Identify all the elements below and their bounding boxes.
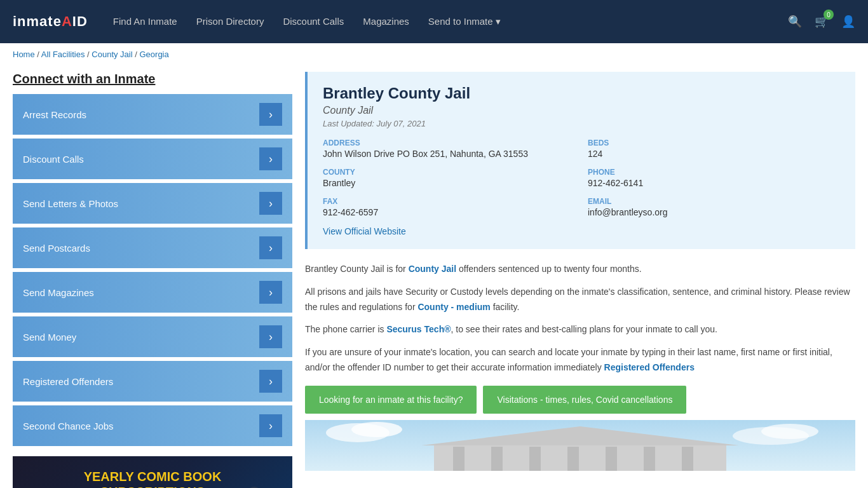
sidebar-item-label: Send Money	[23, 332, 76, 342]
svg-rect-12	[606, 447, 617, 471]
securus-link[interactable]: Securus Tech®	[386, 324, 451, 334]
sidebar-item-label: Discount Calls	[23, 154, 84, 165]
nav-magazines[interactable]: Magazines	[363, 16, 409, 27]
ad-hero-icon	[216, 482, 292, 488]
main-container: Connect with an Inmate Arrest Records › …	[0, 65, 868, 488]
sidebar-item-label: Second Chance Jobs	[23, 421, 114, 431]
content: Brantley County Jail County Jail Last Up…	[305, 72, 855, 488]
nav-discount-calls[interactable]: Discount Calls	[283, 16, 344, 27]
sidebar-item-second-chance[interactable]: Second Chance Jobs ›	[13, 405, 292, 446]
sidebar-item-label: Arrest Records	[23, 109, 86, 120]
svg-rect-9	[491, 447, 503, 471]
desc-p2-text2: facility.	[491, 302, 520, 312]
breadcrumb-all-facilities[interactable]: All Facilities	[41, 50, 85, 59]
county-value: Brantley	[323, 178, 575, 188]
sidebar-item-label: Send Magazines	[23, 287, 94, 298]
county-medium-link[interactable]: County - medium	[417, 302, 490, 312]
svg-rect-13	[644, 447, 655, 471]
visitations-button[interactable]: Visitations - times, rules, Covid cancel…	[483, 386, 686, 414]
nav-links: Find An Inmate Prison Directory Discount…	[113, 16, 788, 27]
registered-offenders-link[interactable]: Registered Offenders	[604, 362, 695, 372]
sidebar-arrow-jobs: ›	[259, 414, 282, 437]
ad-banner[interactable]: YEARLY COMIC BOOK SUBSCRIPTIONS STARTING…	[13, 456, 292, 488]
facility-type: County Jail	[323, 105, 840, 116]
looking-for-inmate-button[interactable]: Looking for an inmate at this facility?	[305, 386, 477, 414]
email-field: EMAIL info@brantleyso.org	[588, 197, 840, 217]
sidebar-item-discount-calls[interactable]: Discount Calls ›	[13, 139, 292, 179]
beds-value: 124	[588, 149, 840, 159]
ad-title-line2: SUBSCRIPTIONS	[100, 484, 205, 488]
building-image	[305, 420, 855, 471]
nav-send-to-inmate[interactable]: Send to Inmate ▾	[428, 16, 501, 27]
sidebar-title: Connect with an Inmate	[13, 72, 292, 86]
desc-para3: The phone carrier is Securus Tech®, to s…	[305, 322, 855, 337]
desc-p3-text2: , to see their rates and best-calling pl…	[451, 324, 717, 334]
sidebar-item-send-magazines[interactable]: Send Magazines ›	[13, 272, 292, 313]
facility-info-grid: ADDRESS John Wilson Drive PO Box 251, Na…	[323, 139, 840, 217]
svg-rect-8	[453, 447, 465, 471]
desc-p4-text1: If you are unsure of your inmate's locat…	[305, 347, 832, 372]
nav-find-inmate[interactable]: Find An Inmate	[113, 16, 177, 27]
county-field: COUNTY Brantley	[323, 168, 575, 188]
sidebar-arrow-magazines: ›	[259, 281, 282, 304]
sidebar-arrow-arrest: ›	[259, 103, 282, 126]
sidebar-item-arrest-records[interactable]: Arrest Records ›	[13, 94, 292, 135]
official-link[interactable]: View Official Website	[323, 226, 840, 236]
desc-p1-text2: offenders sentenced up to twenty four mo…	[456, 264, 642, 274]
desc-para1: Brantley County Jail is for County Jail …	[305, 262, 855, 277]
search-icon[interactable]: 🔍	[788, 15, 802, 29]
beds-field: BEDS 124	[588, 139, 840, 159]
nav-icons: 🔍 🛒 0 👤	[788, 15, 855, 29]
facility-image	[305, 420, 855, 471]
email-value: info@brantleyso.org	[588, 207, 840, 217]
phone-label: PHONE	[588, 168, 840, 177]
sidebar-item-send-postcards[interactable]: Send Postcards ›	[13, 227, 292, 268]
desc-p3-text1: The phone carrier is	[305, 324, 386, 334]
phone-field: PHONE 912-462-6141	[588, 168, 840, 188]
phone-value: 912-462-6141	[588, 178, 840, 188]
svg-rect-14	[682, 447, 693, 471]
sidebar-item-registered-offenders[interactable]: Registered Offenders ›	[13, 361, 292, 402]
address-field: ADDRESS John Wilson Drive PO Box 251, Na…	[323, 139, 575, 159]
cart-badge: 0	[824, 10, 834, 20]
sidebar-arrow-discount: ›	[259, 147, 282, 170]
facility-updated: Last Updated: July 07, 2021	[323, 119, 840, 128]
svg-rect-10	[529, 447, 541, 471]
user-icon[interactable]: 👤	[841, 15, 855, 29]
sidebar-item-label: Registered Offenders	[23, 376, 113, 387]
fax-field: FAX 912-462-6597	[323, 197, 575, 217]
address-label: ADDRESS	[323, 139, 575, 147]
nav-prison-directory[interactable]: Prison Directory	[196, 16, 264, 27]
sidebar-arrow-postcards: ›	[259, 236, 282, 259]
view-website-link[interactable]: View Official Website	[323, 226, 406, 236]
sidebar: Connect with an Inmate Arrest Records › …	[13, 72, 292, 488]
desc-para2: All prisons and jails have Security or C…	[305, 285, 855, 315]
breadcrumb-home[interactable]: Home	[13, 50, 35, 59]
facility-description: Brantley County Jail is for County Jail …	[305, 262, 855, 376]
sidebar-arrow-money: ›	[259, 325, 282, 348]
county-label: COUNTY	[323, 168, 575, 177]
facility-name: Brantley County Jail	[323, 85, 840, 102]
cart-icon[interactable]: 🛒 0	[815, 15, 829, 29]
svg-rect-11	[567, 447, 579, 471]
county-jail-link[interactable]: County Jail	[409, 264, 456, 274]
logo-text: inmateAID	[13, 13, 88, 29]
desc-para4: If you are unsure of your inmate's locat…	[305, 345, 855, 376]
address-value: John Wilson Drive PO Box 251, Nahunta, G…	[323, 149, 575, 159]
desc-p2-text1: All prisons and jails have Security or C…	[305, 287, 850, 312]
breadcrumb: Home / All Facilities / County Jail / Ge…	[0, 43, 868, 65]
email-label: EMAIL	[588, 197, 840, 206]
fax-label: FAX	[323, 197, 575, 206]
fax-value: 912-462-6597	[323, 207, 575, 217]
sidebar-item-label: Send Letters & Photos	[23, 198, 118, 209]
sidebar-arrow-letters: ›	[259, 192, 282, 215]
desc-p1-text1: Brantley County Jail is for	[305, 264, 409, 274]
logo[interactable]: inmateAID	[13, 13, 88, 30]
sidebar-item-send-money[interactable]: Send Money ›	[13, 316, 292, 357]
svg-point-18	[761, 424, 818, 439]
sidebar-item-send-letters[interactable]: Send Letters & Photos ›	[13, 183, 292, 224]
sidebar-item-label: Send Postcards	[23, 243, 90, 254]
ad-title-line1: YEARLY COMIC BOOK	[84, 469, 222, 484]
breadcrumb-state[interactable]: Georgia	[139, 50, 168, 59]
breadcrumb-county-jail[interactable]: County Jail	[92, 50, 132, 59]
